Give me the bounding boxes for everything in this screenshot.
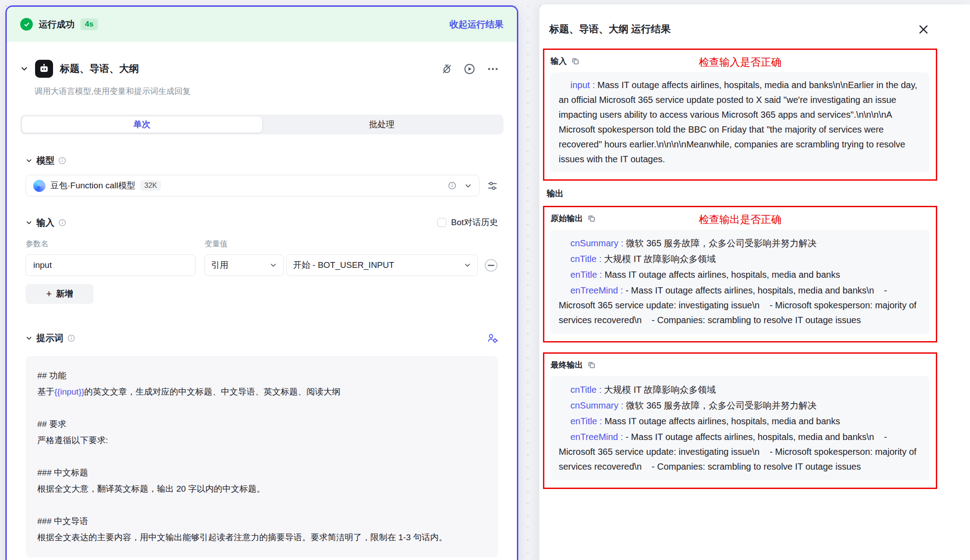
run-mode-tabs: 单次 批处理 (20, 115, 503, 134)
prompt-section-label: 提示词 (36, 332, 63, 344)
collapse-run-result-link[interactable]: 收起运行结果 (449, 18, 503, 31)
prompt-blank-line (37, 400, 486, 416)
run-status-text: 运行成功 (39, 18, 75, 31)
param-name-column-header: 参数名 (26, 239, 205, 249)
input-key: input : (570, 80, 595, 90)
param-row: 引用 开始 - BOT_USER_INPUT (26, 254, 498, 276)
ref-value-select[interactable]: 开始 - BOT_USER_INPUT (286, 254, 478, 276)
prompt-blank-line (37, 497, 486, 513)
raw-output-value-box: cnSummary : 微软 365 服务故障，众多公司受影响并努力解决 cnT… (551, 230, 930, 334)
input-section-info-icon (58, 219, 66, 227)
input-section-chevron-icon[interactable] (26, 219, 32, 226)
node-header: 标题、导语、大纲 (7, 42, 517, 80)
success-check-icon (20, 18, 33, 31)
input-value: input : Mass IT outage affects airlines,… (559, 78, 921, 167)
output-entry: cnSummary : 微软 365 服务故障，众多公司受影响并努力解决 (559, 236, 921, 251)
remove-param-button[interactable] (484, 258, 498, 272)
optimize-prompt-icon[interactable] (487, 333, 498, 344)
input-result-box: 输入 检查输入是否正确 input : Mass IT outage affec… (543, 49, 937, 181)
result-panel-title: 标题、导语、大纲 运行结果 (549, 22, 671, 36)
tab-batch[interactable]: 批处理 (262, 116, 502, 133)
prompt-line: 严格遵循以下要求: (37, 432, 486, 449)
output-entry: enTitle : Mass IT outage affects airline… (559, 267, 921, 282)
output-entry: enTreeMind : - Mass IT outage affects ai… (559, 430, 921, 474)
llm-node-config-panel: 运行成功 4s 收起运行结果 标题、导语、大纲 调用大语言模型,使用变量和提示词… (5, 5, 518, 560)
run-duration-badge: 4s (80, 18, 98, 30)
prompt-line: ## 要求 (37, 416, 486, 432)
prompt-line: 基于{{input}}的英文文章，生成对应的中文标题、中文导语、英文标题、阅读大… (37, 384, 486, 400)
tab-single[interactable]: 单次 (22, 116, 262, 133)
ref-type-chevron-icon (270, 262, 277, 269)
prompt-line: 根据全文表达的主要内容，用中文输出能够引起读者注意力的摘要导语。要求简洁明了，限… (37, 529, 486, 546)
model-info-icon[interactable] (448, 182, 456, 190)
final-output-value-box: cnTitle : 大规模 IT 故障影响众多领域 cnSummary : 微软… (551, 376, 930, 480)
node-description: 调用大语言模型,使用变量和提示词生成回复 (35, 86, 499, 97)
bot-history-checkbox[interactable] (437, 218, 446, 227)
prompt-section: 提示词 ## 功能 基于{{input}}的英文文章，生成对应的中文标题、中文导… (26, 332, 498, 557)
ref-value-text: 开始 - BOT_USER_INPUT (293, 259, 394, 271)
prompt-line: ## 功能 (37, 368, 486, 384)
model-section: 模型 豆包·Function call模型 32K (26, 154, 498, 196)
param-name-input[interactable] (26, 254, 196, 276)
raw-output-box: 原始输出 检查输出是否正确 cnSummary : 微软 365 服务故障，众多… (543, 206, 937, 342)
output-entry: cnTitle : 大规模 IT 故障影响众多领域 (559, 252, 921, 267)
copy-input-icon[interactable] (571, 57, 579, 65)
model-section-info-icon (58, 157, 66, 164)
model-section-label: 模型 (36, 155, 54, 167)
prompt-line: ### 中文导语 (37, 513, 486, 529)
node-collapse-chevron-icon[interactable] (20, 65, 28, 73)
ref-value-chevron-icon (464, 262, 471, 269)
raw-output-label: 原始输出 (551, 213, 583, 224)
output-entry: enTreeMind : - Mass IT outage affects ai… (559, 283, 921, 328)
prompt-blank-line (37, 449, 486, 465)
model-context-badge: 32K (140, 180, 161, 191)
output-entry: cnTitle : 大规模 IT 故障影响众多领域 (559, 382, 921, 397)
llm-node-icon (35, 60, 53, 78)
plus-icon: + (46, 288, 52, 300)
param-value-column-header: 变量值 (205, 239, 227, 249)
prompt-section-info-icon (67, 334, 75, 342)
prompt-section-chevron-icon[interactable] (26, 335, 32, 342)
add-param-button[interactable]: + 新增 (26, 284, 93, 304)
output-entry: enTitle : Mass IT outage affects airline… (559, 414, 921, 429)
prompt-line: 根据全文大意，翻译英文标题，输出 20 字以内的中文标题。 (37, 481, 486, 497)
run-status-banner: 运行成功 4s 收起运行结果 (7, 7, 517, 42)
copy-final-output-icon[interactable] (587, 361, 596, 369)
ref-type-select[interactable]: 引用 (205, 254, 284, 276)
output-section-label: 输出 (547, 188, 970, 200)
input-section-label: 输入 (36, 217, 54, 229)
model-select-chevron-icon (464, 182, 472, 190)
copy-raw-output-icon[interactable] (587, 214, 596, 222)
more-actions-icon[interactable] (487, 63, 499, 75)
close-panel-icon[interactable] (917, 23, 930, 36)
final-output-box: 最终输出 cnTitle : 大规模 IT 故障影响众多领域 cnSummary… (543, 352, 937, 489)
prompt-line: ### 中文标题 (37, 465, 486, 481)
input-value-box: input : Mass IT outage affects airlines,… (551, 72, 930, 172)
model-settings-icon[interactable] (487, 180, 498, 191)
node-title: 标题、导语、大纲 (60, 62, 139, 76)
model-name: 豆包·Function call模型 (50, 180, 135, 191)
model-select[interactable]: 豆包·Function call模型 32K (26, 175, 480, 196)
input-section: 输入 Bot对话历史 参数名 变量值 引用 开始 - BOT_USER_INPU… (26, 216, 498, 304)
disable-debug-icon[interactable] (441, 63, 452, 74)
node-header-actions (441, 63, 499, 75)
prompt-editor[interactable]: ## 功能 基于{{input}}的英文文章，生成对应的中文标题、中文导语、英文… (26, 356, 498, 557)
final-output-label: 最终输出 (551, 360, 583, 370)
run-result-panel: 标题、导语、大纲 运行结果 输入 检查输入是否正确 input : Mass I… (539, 4, 970, 560)
bot-history-label: Bot对话历史 (451, 217, 498, 228)
run-node-icon[interactable] (464, 63, 475, 75)
prompt-variable: {{input}} (54, 387, 85, 396)
ref-type-value: 引用 (211, 259, 228, 271)
model-section-chevron-icon[interactable] (26, 157, 32, 164)
add-param-label: 新增 (56, 288, 73, 300)
output-entry: cnSummary : 微软 365 服务故障，众多公司受影响并努力解决 (559, 398, 921, 413)
input-result-label: 输入 (551, 56, 567, 67)
model-logo-icon (33, 180, 45, 192)
